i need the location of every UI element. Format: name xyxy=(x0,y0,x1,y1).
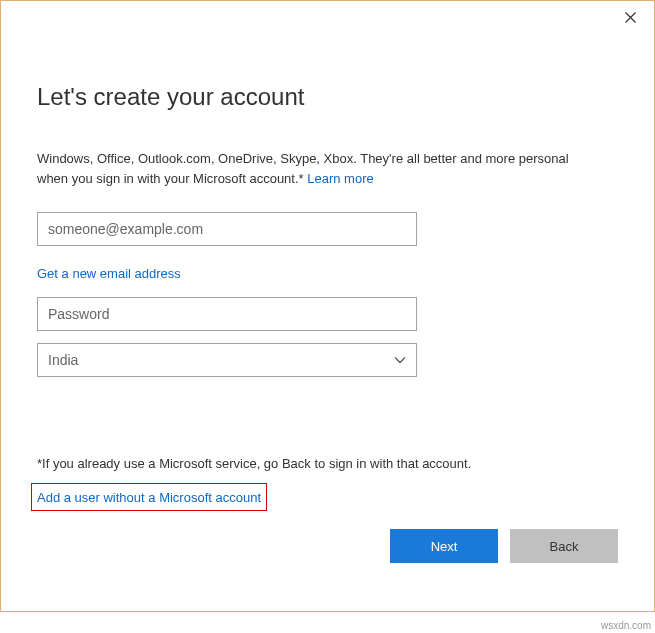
add-without-ms-highlight: Add a user without a Microsoft account xyxy=(31,483,267,511)
close-icon xyxy=(625,12,636,23)
back-button[interactable]: Back xyxy=(510,529,618,563)
dialog-content: Let's create your account Windows, Offic… xyxy=(1,1,654,377)
close-button[interactable] xyxy=(606,1,654,33)
chevron-down-icon xyxy=(394,354,406,366)
footnote-text: *If you already use a Microsoft service,… xyxy=(37,456,471,471)
create-account-dialog: Let's create your account Windows, Offic… xyxy=(0,0,655,612)
description-prefix: Windows, Office, Outlook.com, OneDrive, … xyxy=(37,151,569,186)
password-field[interactable] xyxy=(37,297,417,331)
email-field[interactable] xyxy=(37,212,417,246)
button-bar: Next Back xyxy=(390,529,618,563)
add-without-ms-link[interactable]: Add a user without a Microsoft account xyxy=(37,490,261,505)
country-value: India xyxy=(48,352,78,368)
email-row xyxy=(37,212,618,246)
learn-more-link[interactable]: Learn more xyxy=(307,171,373,186)
country-row: India xyxy=(37,343,618,377)
country-select[interactable]: India xyxy=(37,343,417,377)
new-email-link[interactable]: Get a new email address xyxy=(37,266,181,281)
description-text: Windows, Office, Outlook.com, OneDrive, … xyxy=(37,149,577,188)
password-row xyxy=(37,297,618,331)
watermark-text: wsxdn.com xyxy=(601,620,651,631)
page-title: Let's create your account xyxy=(37,83,618,111)
next-button[interactable]: Next xyxy=(390,529,498,563)
